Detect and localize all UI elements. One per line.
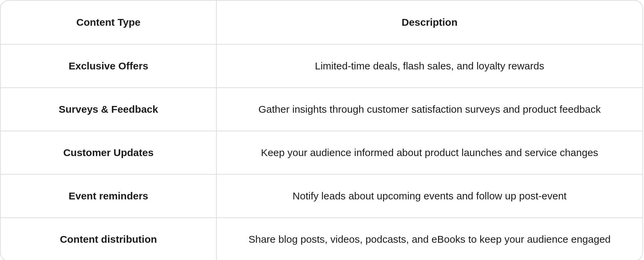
table-row: Content distribution Share blog posts, v…: [1, 217, 642, 260]
cell-content-type: Exclusive Offers: [1, 45, 217, 87]
cell-content-type: Event reminders: [1, 175, 217, 217]
table-row: Exclusive Offers Limited-time deals, fla…: [1, 44, 642, 87]
content-type-table: Content Type Description Exclusive Offer…: [0, 0, 643, 260]
cell-content-type: Content distribution: [1, 218, 217, 260]
cell-description: Share blog posts, videos, podcasts, and …: [217, 218, 642, 260]
table-row: Customer Updates Keep your audience info…: [1, 131, 642, 174]
header-content-type: Content Type: [1, 1, 217, 44]
cell-content-type: Customer Updates: [1, 131, 217, 174]
table-row: Surveys & Feedback Gather insights throu…: [1, 87, 642, 131]
table: Content Type Description Exclusive Offer…: [1, 1, 642, 260]
cell-description: Gather insights through customer satisfa…: [217, 88, 642, 131]
table-row: Event reminders Notify leads about upcom…: [1, 174, 642, 217]
header-description: Description: [217, 1, 642, 44]
cell-description: Limited-time deals, flash sales, and loy…: [217, 45, 642, 87]
table-header-row: Content Type Description: [1, 1, 642, 44]
cell-description: Notify leads about upcoming events and f…: [217, 175, 642, 217]
cell-description: Keep your audience informed about produc…: [217, 131, 642, 174]
cell-content-type: Surveys & Feedback: [1, 88, 217, 131]
